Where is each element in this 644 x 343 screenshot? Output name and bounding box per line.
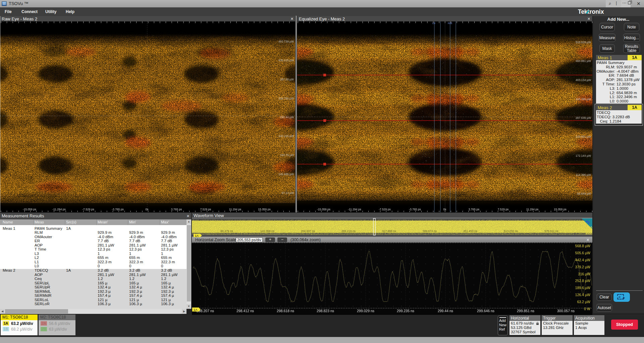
svg-text:Tektronix: Tektronix	[578, 9, 604, 15]
svg-text:568.8 µW: 568.8 µW	[575, 244, 590, 248]
svg-text:LR: LR	[432, 22, 435, 24]
svg-text:63.2 µW: 63.2 µW	[577, 300, 590, 304]
svg-text:300.057 ns: 300.057 ns	[557, 309, 575, 313]
svg-text:298.823 ns: 298.823 ns	[317, 309, 334, 313]
svg-text:0 W: 0 W	[584, 307, 590, 311]
svg-text:298.618 ns: 298.618 ns	[277, 309, 294, 313]
svg-text:299.235 ns: 299.235 ns	[397, 309, 414, 313]
svg-text:126.4 µW: 126.4 µW	[575, 293, 590, 297]
svg-text:299.851 ns: 299.851 ns	[517, 309, 534, 313]
svg-text:299.44 ns: 299.44 ns	[438, 309, 453, 313]
svg-text:298.412 ns: 298.412 ns	[236, 309, 254, 313]
svg-text:1A: 1A	[195, 234, 199, 237]
svg-text:252.8 µW: 252.8 µW	[575, 279, 590, 283]
svg-text:442.4 µW: 442.4 µW	[575, 258, 590, 262]
svg-text:1A: 1A	[194, 308, 198, 312]
svg-text:379.2 µW: 379.2 µW	[575, 265, 590, 269]
svg-text:316 µW: 316 µW	[578, 272, 590, 276]
svg-text:299.029 ns: 299.029 ns	[357, 309, 374, 313]
svg-text:189.6 µW: 189.6 µW	[575, 286, 590, 290]
svg-text:299.646 ns: 299.646 ns	[477, 309, 494, 313]
svg-text:R0E: R0E	[448, 22, 452, 24]
svg-text:505.6 µW: 505.6 µW	[575, 251, 590, 255]
